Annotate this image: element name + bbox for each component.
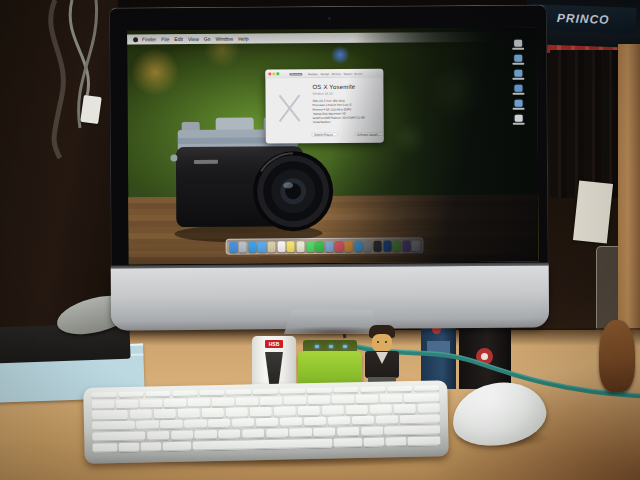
trash-icon[interactable] [412,240,420,251]
keyboard-key [249,407,272,417]
about-button[interactable]: Software Update… [354,132,382,136]
desktop-icon[interactable] [513,115,525,125]
window-controls [268,72,279,75]
apple-menu-icon[interactable] [133,37,138,42]
keyboard-keys [91,385,440,452]
white-envelope [573,180,613,243]
led-light [315,345,319,348]
keyboard-key [163,398,186,408]
menu-item-go[interactable]: Go [204,36,211,42]
keyboard-key [199,390,225,397]
yosemite-x-logo [275,91,303,125]
desktop-icon-label [512,48,524,50]
folder-icon [514,55,522,62]
keyboard-key [393,404,416,414]
menu-item-view[interactable]: View [188,36,199,42]
keyboard-key [92,431,146,441]
keyboard-key [118,392,144,399]
maps-icon[interactable] [296,241,304,252]
mail-icon[interactable] [258,241,266,252]
keyboard-key [92,421,135,431]
tab-displays[interactable]: Displays [308,72,318,75]
launchpad-icon[interactable] [239,241,247,252]
document-icon [515,115,523,122]
keyboard-key [145,391,171,398]
notes-icon[interactable] [287,241,295,252]
keyboard-key [253,389,279,396]
imac-bezel: FinderFileEditViewGoWindowHelp OverviewD… [109,4,549,269]
pages-icon[interactable] [383,240,391,251]
minifigure-head [372,334,392,352]
clock[interactable] [518,35,521,38]
about-this-mac-window: OverviewDisplaysStorageMemorySupportServ… [265,69,384,144]
zoom-button[interactable] [277,72,280,75]
desktop-icon[interactable] [512,85,524,95]
battery-icon[interactable] [512,35,515,38]
apple-wireless-keyboard [83,380,449,464]
keyboard-key [355,394,378,404]
bluetooth-icon[interactable] [494,35,497,38]
keyboard-key [304,417,327,427]
photo-booth-icon[interactable] [402,240,410,251]
keyboard-key [266,428,288,438]
wooden-figurine [599,320,635,392]
menu-item-finder[interactable]: Finder [142,36,156,42]
keyboard-key [379,394,402,404]
facetime-icon[interactable] [316,241,324,252]
keyboard-key [147,431,169,441]
desktop-icon[interactable] [512,70,524,80]
spotlight-icon[interactable] [524,35,527,38]
led-light [329,345,333,348]
notification-center-icon[interactable] [530,35,533,38]
keyboard-key [280,417,303,427]
keyboard-key [297,406,320,416]
desktop-icon[interactable] [512,55,524,65]
messages-icon[interactable] [306,241,314,252]
keyboard-key [129,410,152,420]
keyboard-key [331,395,354,405]
utility-icon[interactable] [373,240,381,251]
finder-icon[interactable] [229,241,237,252]
tab-memory[interactable]: Memory [332,72,341,75]
keyboard-key [376,415,399,425]
folder-icon [515,100,523,107]
safari-icon[interactable] [248,241,256,252]
keyboard-key [172,390,198,397]
folder-icon [514,70,522,77]
led-light [343,345,347,348]
desktop-icon[interactable] [512,40,524,50]
keyboard-key [211,397,234,407]
desktop-icon-label [512,63,524,65]
itunes-icon[interactable] [335,240,343,251]
tab-support[interactable]: Support [343,72,352,75]
menu-item-edit[interactable]: Edit [174,36,183,42]
numbers-icon[interactable] [393,240,401,251]
wifi-icon[interactable] [500,35,503,38]
menu-item-window[interactable]: Window [215,36,233,42]
tab-overview[interactable]: Overview [290,72,303,75]
contacts-icon[interactable] [268,241,276,252]
keyboard-key [369,405,392,415]
app-store-icon[interactable] [354,240,362,251]
keyboard-key [408,436,441,446]
tab-storage[interactable]: Storage [320,72,329,75]
about-window-tabs: OverviewDisplaysStorageMemorySupportServ… [265,70,383,79]
keyboard-key [256,418,279,428]
calendar-icon[interactable] [277,241,285,252]
about-button[interactable]: System Report… [312,133,338,137]
ibooks-icon[interactable] [345,240,353,251]
keyboard-key [153,409,176,419]
menu-item-help[interactable]: Help [238,36,248,42]
system-preferences-icon[interactable] [364,240,372,251]
minimize-button[interactable] [272,72,275,75]
desktop-icon[interactable] [513,100,525,110]
volume-icon[interactable] [506,35,509,38]
keyboard-key [417,404,440,414]
menu-item-file[interactable]: File [161,36,169,42]
keyboard-key [387,386,413,393]
keyboard-key [385,425,441,435]
system-info-line: Serial Number [313,120,389,125]
close-button[interactable] [268,72,271,75]
tab-service[interactable]: Service [354,72,362,75]
photos-icon[interactable] [325,240,333,251]
